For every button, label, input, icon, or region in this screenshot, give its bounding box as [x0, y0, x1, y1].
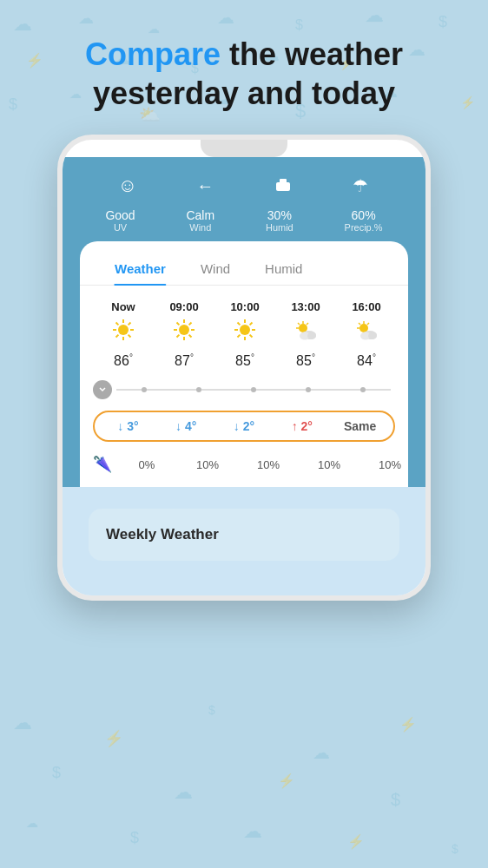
precip-3: 10%	[299, 458, 359, 471]
svg-line-19	[177, 335, 180, 338]
comp-item-1: ↓ 4°	[157, 419, 215, 433]
svg-line-25	[238, 323, 241, 326]
cloudy-icon-19	[401, 319, 408, 349]
precipitation-row: 🌂 0% 10% 10% 10% 10% 10%	[80, 450, 408, 487]
top-icons-row: ☺ ← ☂	[80, 170, 408, 201]
hour-item-13: 13:00	[275, 296, 336, 373]
slider-handle[interactable]	[93, 380, 112, 399]
header-line1-rest: the weather	[221, 36, 403, 72]
svg-point-44	[368, 332, 377, 339]
wind-stat: Calm Wind	[186, 208, 214, 233]
svg-line-40	[359, 323, 360, 325]
wind-icon: ←	[189, 170, 221, 201]
svg-line-18	[189, 323, 192, 326]
hour-item-now: Now	[93, 296, 154, 373]
hourly-scroll: Now	[80, 296, 408, 373]
sun-icon-09	[158, 318, 210, 348]
sun-icon-now	[97, 318, 149, 348]
tab-weather[interactable]: Weather	[97, 254, 183, 285]
svg-point-29	[299, 324, 307, 332]
weekly-weather-label: Weekly Weather	[106, 526, 219, 543]
svg-point-20	[240, 325, 250, 335]
humid-stat: 30% Humid	[266, 208, 293, 233]
slider-row	[80, 373, 408, 406]
hourly-row: Now	[93, 296, 395, 373]
svg-point-36	[307, 332, 316, 339]
svg-point-37	[359, 324, 368, 332]
comparison-row: ↓ 3° ↓ 4° ↓ 2° ↑ 2° Same	[93, 411, 395, 442]
header-line2: yesterday and today	[93, 76, 395, 111]
weather-app: ☺ ← ☂ Good UV Calm Wind	[63, 157, 425, 487]
svg-line-26	[250, 335, 253, 338]
precip-0: 0%	[116, 458, 177, 471]
uv-stat: Good UV	[105, 208, 135, 233]
svg-line-33	[307, 323, 308, 325]
precip-4: 10%	[359, 458, 408, 471]
stats-row: Good UV Calm Wind 30% Humid 60% Precip.%	[80, 208, 408, 233]
tabs-row: Weather Wind Humid	[80, 254, 408, 286]
comp-item-2: ↓ 2°	[215, 419, 274, 433]
partly-cloudy-icon-16	[340, 318, 392, 348]
svg-line-28	[238, 335, 241, 338]
rain-icon: 🌂	[93, 455, 112, 474]
svg-line-16	[177, 323, 180, 326]
sun-icon-10	[219, 318, 271, 348]
svg-line-41	[367, 323, 369, 325]
humid-icon	[267, 170, 299, 201]
hour-item-19: 19:0 82	[397, 297, 408, 373]
svg-line-7	[116, 323, 119, 326]
svg-rect-1	[280, 179, 287, 184]
precip-items: 0% 10% 10% 10% 10% 10%	[116, 458, 395, 471]
phone-container: ☺ ← ☂ Good UV Calm Wind	[0, 135, 488, 601]
precip-2: 10%	[238, 458, 299, 471]
partly-cloudy-icon-13	[280, 318, 332, 348]
phone-notch	[201, 140, 287, 157]
tab-humid[interactable]: Humid	[247, 254, 320, 285]
tab-wind[interactable]: Wind	[183, 254, 247, 285]
comp-item-4: Same	[331, 419, 389, 433]
phone-mockup: ☺ ← ☂ Good UV Calm Wind	[57, 135, 431, 601]
precip-1: 10%	[177, 458, 238, 471]
svg-line-10	[116, 335, 119, 338]
precip-stat: 60% Precip.%	[345, 208, 383, 233]
weather-card: Weather Wind Humid Now	[80, 241, 408, 487]
weekly-weather-card[interactable]: Weekly Weather	[89, 509, 399, 561]
header-highlight: Compare	[85, 36, 221, 72]
comp-item-3: ↑ 2°	[273, 419, 331, 433]
svg-line-17	[189, 335, 192, 338]
uv-icon: ☺	[112, 170, 143, 201]
hour-item-16: 16:00	[336, 296, 397, 373]
comp-item-0: ↓ 3°	[99, 419, 157, 433]
svg-line-27	[250, 323, 253, 326]
svg-point-11	[179, 325, 189, 335]
hour-item-09: 09:00	[154, 296, 214, 373]
slider-line	[116, 389, 391, 391]
header-section: Compare the weather yesterday and today	[0, 0, 488, 130]
svg-line-8	[129, 335, 131, 338]
svg-line-9	[129, 323, 131, 326]
precip-icon: ☂	[345, 170, 376, 201]
svg-line-32	[298, 323, 300, 325]
weekly-section: Weekly Weather	[63, 487, 425, 595]
hour-item-10: 10:00	[214, 296, 275, 373]
svg-point-2	[118, 325, 129, 335]
